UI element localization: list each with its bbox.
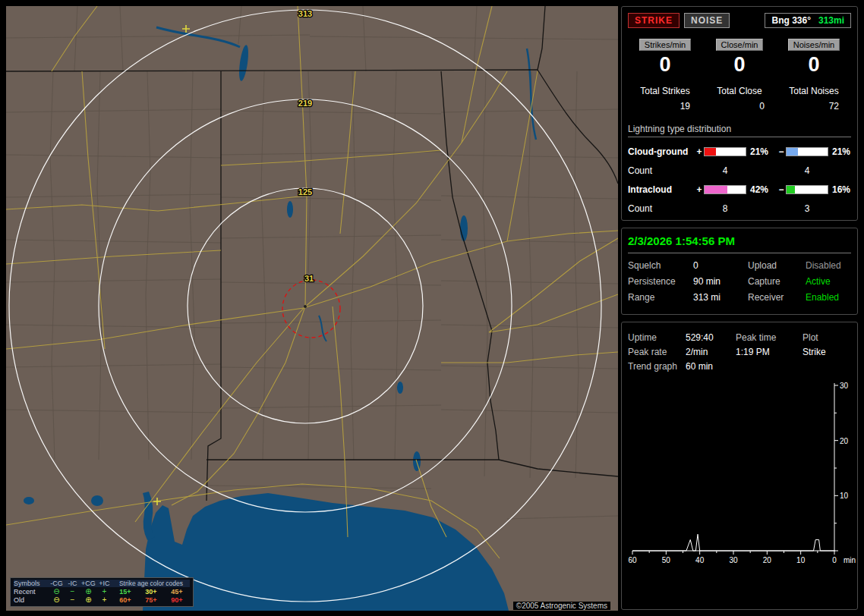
close-per-min-value: 0 — [702, 53, 777, 77]
close-per-min-label: Close/min — [716, 39, 764, 51]
trend-graph-label: Trend graph — [628, 361, 686, 372]
cg-positive-bar — [704, 147, 746, 156]
range-value: 313 mi — [693, 292, 748, 303]
datetime-display: 2/3/2026 1:54:56 PM — [628, 234, 851, 247]
cg-positive-count: 4 — [704, 165, 746, 176]
capture-label: Capture — [748, 276, 806, 287]
ic-count-label: Count — [628, 203, 695, 214]
pos-ic-icon: + — [96, 588, 112, 596]
bearing-display: Bng 336° 313mi — [765, 13, 851, 28]
minus-sign: − — [777, 146, 786, 157]
squelch-label: Squelch — [628, 260, 693, 271]
svg-text:20: 20 — [763, 556, 772, 564]
divider — [628, 253, 851, 253]
peak-rate-value: 2/min — [686, 347, 736, 357]
receiver-label: Receiver — [748, 292, 806, 303]
upload-label: Upload — [748, 260, 806, 271]
strikes-per-min-value: 0 — [628, 53, 702, 77]
legend-col-pos-ic: +IC — [96, 580, 112, 587]
trend-window-value: 60 min — [686, 361, 736, 372]
plot-label: Plot — [803, 332, 851, 343]
neg-cg-icon: ⊖ — [49, 588, 65, 596]
plus-sign: + — [695, 184, 704, 195]
svg-text:0: 0 — [832, 556, 837, 564]
upload-status: Disabled — [806, 260, 851, 271]
totals-row: Total Strikes Total Close Total Noises 1… — [628, 86, 851, 112]
strike-legend: Symbols -CG -IC +CG +IC Strike age color… — [10, 577, 194, 607]
range-label: Range — [628, 292, 693, 303]
legend-symbols-header: Symbols — [14, 580, 49, 587]
total-strikes-label: Total Strikes — [628, 86, 702, 96]
copyright-text: ©2005 Astrogenic Systems — [513, 602, 610, 610]
neg-ic-icon: − — [65, 596, 80, 604]
ring-label-125: 125 — [298, 187, 312, 196]
strike-stats-box: STRIKE NOISE Bng 336° 313mi Strikes/min … — [621, 6, 858, 221]
ring-label-219: 219 — [298, 99, 312, 108]
age-code-75: 75+ — [138, 596, 164, 604]
ic-positive-pct: 42% — [746, 184, 777, 195]
sensor-location-dot — [304, 305, 307, 308]
peak-time-label: Peak time — [736, 332, 803, 343]
control-panel: STRIKE NOISE Bng 336° 313mi Strikes/min … — [621, 0, 864, 616]
legend-col-neg-cg: -CG — [49, 580, 65, 587]
pos-cg-icon: ⊕ — [80, 596, 96, 604]
plus-sign: + — [695, 146, 704, 157]
legend-col-pos-cg: +CG — [80, 580, 96, 587]
minus-sign: − — [777, 184, 786, 195]
ring-label-31: 31 — [304, 274, 314, 283]
noises-per-min-value: 0 — [777, 53, 851, 77]
trend-box: Uptime 529:40 Peak time Plot Peak rate 2… — [621, 322, 858, 610]
pos-ic-icon: + — [96, 596, 112, 604]
peak-time-value: 1:19 PM — [736, 347, 803, 357]
plot-value: Strike — [803, 347, 851, 357]
uptime-value: 529:40 — [686, 332, 736, 343]
strike-indicator[interactable]: STRIKE — [628, 13, 680, 28]
age-code-90: 90+ — [164, 596, 190, 604]
cg-negative-bar — [786, 147, 828, 156]
peak-rate-label: Peak rate — [628, 347, 686, 357]
ic-negative-bar-fill — [787, 186, 795, 193]
ic-negative-count: 3 — [786, 203, 828, 214]
system-status-box: 2/3/2026 1:54:56 PM Squelch 0 Upload Dis… — [621, 228, 858, 315]
ic-positive-count: 8 — [704, 203, 746, 214]
neg-cg-icon: ⊖ — [49, 596, 65, 604]
svg-text:30: 30 — [840, 382, 849, 390]
lightning-type-distribution: Lightning type distribution Cloud-ground… — [628, 124, 851, 214]
svg-text:20: 20 — [840, 437, 849, 445]
noise-indicator[interactable]: NOISE — [684, 13, 730, 28]
capture-status: Active — [806, 276, 851, 287]
ring-label-313: 313 — [298, 9, 312, 18]
cloud-ground-label: Cloud-ground — [628, 146, 695, 157]
cg-positive-bar-fill — [705, 148, 716, 156]
svg-text:40: 40 — [695, 556, 705, 564]
svg-text:60: 60 — [628, 556, 637, 564]
strikes-per-min-counter: Strikes/min 0 — [628, 39, 702, 77]
total-close-label: Total Close — [702, 86, 777, 96]
neg-ic-icon: − — [65, 588, 80, 596]
rate-counters: Strikes/min 0 Close/min 0 Noises/min 0 — [628, 39, 851, 77]
bearing-label: Bng 336° — [771, 15, 810, 26]
persistence-label: Persistence — [628, 276, 693, 287]
cg-negative-bar-fill — [787, 148, 798, 156]
age-code-45: 45+ — [164, 588, 190, 596]
total-strikes-value: 19 — [628, 101, 702, 112]
ic-negative-pct: 16% — [828, 184, 851, 195]
trend-graph-canvas: 0102030405060min102030 — [628, 378, 857, 567]
total-close-value: 0 — [702, 101, 777, 112]
bearing-range-value: 313mi — [818, 15, 844, 26]
intracloud-label: Intracloud — [628, 184, 695, 195]
map-view[interactable]: 313 219 125 31 Symbols -CG -IC +CG +IC S… — [6, 6, 618, 611]
pos-cg-icon: ⊕ — [80, 588, 96, 596]
squelch-value: 0 — [693, 260, 748, 271]
cg-positive-pct: 21% — [746, 146, 777, 157]
uptime-label: Uptime — [628, 332, 686, 343]
ic-negative-bar — [786, 185, 828, 194]
svg-text:min: min — [844, 556, 856, 564]
strikes-per-min-label: Strikes/min — [639, 39, 691, 51]
noises-per-min-counter: Noises/min 0 — [777, 39, 851, 77]
svg-text:30: 30 — [729, 556, 738, 564]
svg-text:10: 10 — [796, 556, 806, 564]
legend-row-old-label: Old — [14, 596, 49, 604]
ic-positive-bar-fill — [705, 186, 727, 193]
map-canvas: 313 219 125 31 — [6, 6, 618, 611]
